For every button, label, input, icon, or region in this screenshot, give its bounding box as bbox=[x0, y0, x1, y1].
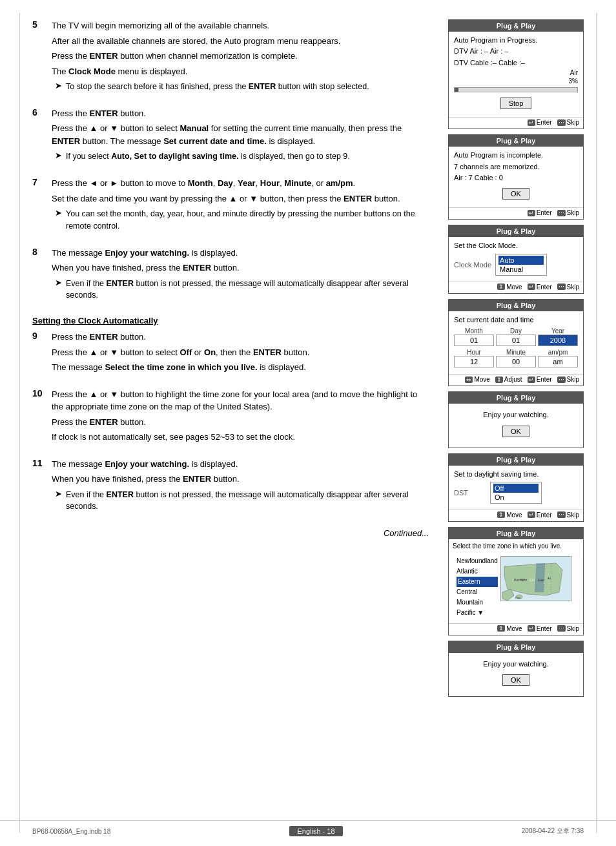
dst-dropdown[interactable]: Off On bbox=[490, 482, 542, 504]
panel7-footer-enter: ↵ Enter bbox=[528, 625, 552, 632]
panel6-enter-label: Enter bbox=[537, 511, 552, 519]
panel1-line3: DTV Cable :– Cable :– bbox=[454, 58, 578, 68]
panel4-skip-label: Skip bbox=[567, 376, 579, 383]
panel6-field-label: DST bbox=[454, 489, 486, 497]
step-number-11: 11 bbox=[32, 458, 45, 516]
panel2-line3: Air : 7 Cable : 0 bbox=[454, 173, 578, 183]
svg-text:Haw: Haw bbox=[515, 596, 520, 599]
panel4-footer-move: ⇔ Move bbox=[465, 376, 489, 383]
step-11: 11 The message Enjoy your watching. is d… bbox=[32, 458, 429, 516]
panel3-row: Clock Mode Auto Manual bbox=[454, 254, 578, 276]
step5-line2: After all the available channels are sto… bbox=[52, 35, 429, 48]
panel1-enter-label: Enter bbox=[537, 119, 552, 126]
ampm-value[interactable]: am bbox=[538, 356, 578, 367]
panel6-label: Set to daylight saving time. bbox=[454, 469, 578, 479]
note-arrow-icon-11: ➤ bbox=[55, 489, 62, 516]
step-number-7: 7 bbox=[32, 177, 45, 235]
panel2-body: Auto Program is incomplete. 7 channels a… bbox=[449, 147, 583, 207]
step-content-10: Press the ▲ or ▼ button to highlight the… bbox=[52, 388, 429, 446]
step11-note: ➤ Even if the ENTER button is not presse… bbox=[55, 489, 429, 516]
step-content-11: The message Enjoy your watching. is disp… bbox=[52, 458, 429, 516]
panel4-body: Set current date and time Month 01 Day 0… bbox=[449, 311, 583, 374]
note-arrow-icon-8: ➤ bbox=[55, 278, 62, 305]
step7-line2: Set the date and time you want by pressi… bbox=[52, 192, 429, 205]
month-cell: Month 01 bbox=[454, 327, 494, 346]
minute-value[interactable]: 00 bbox=[496, 356, 536, 367]
us-map: Pacific Mtn Ctrl East Atl Haw bbox=[500, 556, 571, 601]
ampm-label: am/pm bbox=[538, 349, 578, 356]
step-9: 9 Press the ENTER button. Press the ▲ or… bbox=[32, 331, 429, 377]
step-content-9: Press the ENTER button. Press the ▲ or ▼… bbox=[52, 331, 429, 377]
svg-text:Mtn: Mtn bbox=[522, 578, 528, 582]
year-value[interactable]: 2008 bbox=[538, 335, 578, 346]
step5-note-text: To stop the search before it has finishe… bbox=[66, 81, 369, 93]
continued-text: Continued... bbox=[32, 528, 429, 538]
panel5-message: Enjoy your watching. bbox=[455, 410, 577, 420]
panel5-ok-button[interactable]: OK bbox=[502, 426, 529, 437]
panel5-body: Enjoy your watching. OK bbox=[449, 404, 583, 447]
year-label: Year bbox=[538, 327, 578, 335]
step8-line2: When you have finished, press the ENTER … bbox=[52, 262, 429, 274]
panel1-stop-button[interactable]: Stop bbox=[500, 98, 532, 109]
panel8-ok-button[interactable]: OK bbox=[502, 674, 529, 686]
clock-mode-dropdown[interactable]: Auto Manual bbox=[495, 254, 547, 276]
step5-line1: The TV will begin memorizing all of the … bbox=[52, 19, 429, 32]
panel1-footer: ↵ Enter ⋯ Skip bbox=[449, 117, 583, 129]
tz-pacific[interactable]: Pacific ▼ bbox=[457, 608, 498, 618]
panel3-move-label: Move bbox=[506, 284, 522, 291]
hour-label: Hour bbox=[454, 349, 494, 356]
panel-enjoy-2: Plug & Play Enjoy your watching. OK bbox=[448, 641, 584, 697]
adjust-icon-4: ⇕ bbox=[495, 377, 503, 383]
skip-icon-3: ⋯ bbox=[557, 284, 566, 290]
panel1-body: Auto Program in Progress. DTV Air : – Ai… bbox=[449, 32, 583, 117]
panel-dst: Plug & Play Set to daylight saving time.… bbox=[448, 453, 584, 522]
step9-line1: Press the ENTER button. bbox=[52, 331, 429, 344]
panel-enjoy-1: Plug & Play Enjoy your watching. OK bbox=[448, 391, 584, 448]
svg-text:Atl: Atl bbox=[548, 577, 551, 580]
step-number-10: 10 bbox=[32, 388, 45, 446]
panel8-body: Enjoy your watching. OK bbox=[449, 653, 583, 696]
tz-eastern[interactable]: Eastern bbox=[457, 577, 498, 587]
panel2-footer: ↵ Enter ⋯ Skip bbox=[449, 207, 583, 219]
panel3-enter-label: Enter bbox=[537, 284, 552, 291]
day-value[interactable]: 01 bbox=[496, 335, 536, 346]
skip-icon-6: ⋯ bbox=[557, 511, 566, 518]
tz-mountain[interactable]: Mountain bbox=[457, 597, 498, 608]
panel1-progress-fill bbox=[455, 88, 458, 92]
step-content-8: The message Enjoy your watching. is disp… bbox=[52, 247, 429, 305]
panel2-ok-button[interactable]: OK bbox=[502, 188, 529, 200]
tz-newfoundland[interactable]: Newfoundland bbox=[457, 556, 498, 566]
step6-line1: Press the ENTER button. bbox=[52, 107, 429, 120]
dst-on[interactable]: On bbox=[493, 493, 539, 502]
panel7-body: Select the time zone in which you live. … bbox=[449, 539, 583, 623]
skip-icon-7: ⋯ bbox=[557, 625, 566, 632]
panel-timezone: Plug & Play Select the time zone in whic… bbox=[448, 527, 584, 635]
clock-mode-manual[interactable]: Manual bbox=[498, 265, 544, 274]
step-6: 6 Press the ENTER button. Press the ▲ or… bbox=[32, 107, 429, 165]
move-icon-4: ⇔ bbox=[465, 377, 473, 383]
page: 5 The TV will begin memorizing all of th… bbox=[0, 0, 616, 846]
panel1-footer-skip: ⋯ Skip bbox=[557, 119, 579, 126]
panel3-label: Set the Clock Mode. bbox=[454, 241, 578, 251]
step-5: 5 The TV will begin memorizing all of th… bbox=[32, 19, 429, 96]
hour-value[interactable]: 12 bbox=[454, 356, 494, 367]
panel-datetime: Plug & Play Set current date and time Mo… bbox=[448, 299, 584, 386]
step5-note: ➤ To stop the search before it has finis… bbox=[55, 81, 429, 96]
step6-note-text: If you select Auto, Set to daylight savi… bbox=[66, 150, 350, 163]
month-value[interactable]: 01 bbox=[454, 335, 494, 346]
step10-line3: If clock is not automatically set, see p… bbox=[52, 431, 429, 444]
panel6-footer-enter: ↵ Enter bbox=[528, 511, 552, 519]
panel7-label: Select the time zone in which you live. bbox=[453, 542, 579, 551]
clock-mode-auto[interactable]: Auto bbox=[498, 256, 544, 265]
tz-atlantic[interactable]: Atlantic bbox=[457, 566, 498, 577]
panel1-skip-label: Skip bbox=[567, 119, 579, 126]
panel-auto-program-progress: Plug & Play Auto Program in Progress. DT… bbox=[448, 19, 584, 129]
panel2-footer-enter: ↵ Enter bbox=[528, 209, 552, 216]
tz-central[interactable]: Central bbox=[457, 587, 498, 597]
right-column: Plug & Play Auto Program in Progress. DT… bbox=[448, 19, 590, 827]
panel4-title: Plug & Play bbox=[449, 300, 583, 311]
dst-off[interactable]: Off bbox=[493, 484, 539, 493]
panel4-footer-adjust: ⇕ Adjust bbox=[495, 376, 522, 383]
panel1-footer-enter: ↵ Enter bbox=[528, 119, 552, 126]
panel-auto-program-incomplete: Plug & Play Auto Program is incomplete. … bbox=[448, 134, 584, 220]
